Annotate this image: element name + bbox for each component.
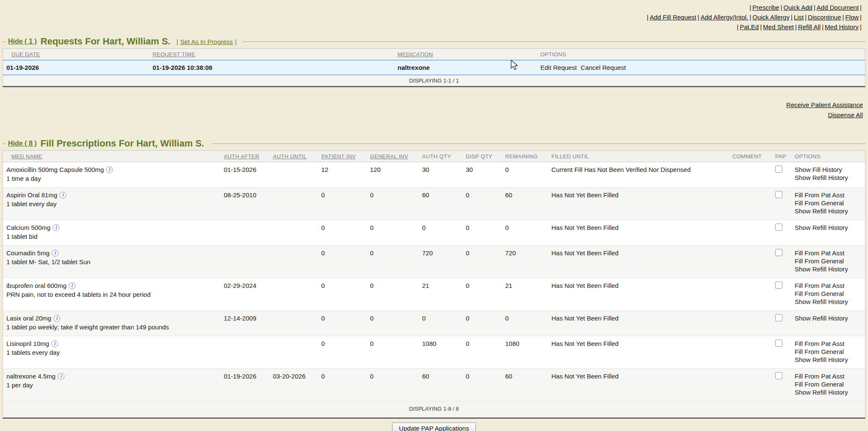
flow-link[interactable]: Flow: [845, 14, 859, 21]
general-inv-value: 120: [367, 162, 419, 188]
filled-until-value: Has Not Yet Been Filled: [548, 336, 729, 369]
remaining-value: 60: [502, 188, 548, 220]
med-name[interactable]: Lisinopril 10mg: [6, 340, 49, 347]
pap-checkbox[interactable]: [775, 372, 782, 379]
prescribe-link[interactable]: Prescribe: [752, 4, 779, 11]
add-document-link[interactable]: Add Document: [817, 4, 859, 11]
request-options: Edit Request Cancel Request: [537, 60, 865, 75]
pap-checkbox[interactable]: [775, 166, 782, 173]
requests-hide-link[interactable]: Hide ( 1 ): [8, 38, 37, 45]
patient-inv-value: 0: [318, 311, 367, 336]
quick-allergy-link[interactable]: Quick Allergy: [752, 14, 790, 21]
auth-after-value: [220, 220, 270, 246]
edit-request-link[interactable]: Edit Request: [540, 64, 577, 71]
disp-qty-value: 0: [462, 188, 502, 220]
fill-option-link[interactable]: Fill From General: [795, 257, 862, 265]
pap-checkbox[interactable]: [775, 249, 782, 256]
auth-after-value: 01-19-2026: [220, 369, 270, 401]
comment-value: [729, 278, 772, 311]
info-icon[interactable]: i: [106, 166, 113, 173]
fill-option-link[interactable]: Show Refill History: [795, 314, 862, 322]
pap-checkbox[interactable]: [775, 224, 782, 231]
add-allergy-intol-link[interactable]: Add Allergy/Intol.: [701, 14, 748, 21]
med-name-column-header[interactable]: MED NAME: [3, 151, 220, 162]
med-name[interactable]: Amoxicillin 500mg Capsule 500mg: [6, 166, 104, 173]
auth-until-column-header[interactable]: AUTH UNTIL: [270, 151, 318, 162]
auth-qty-value: 720: [419, 246, 462, 278]
patient-inv-column-header[interactable]: PATIENT INV: [318, 151, 367, 162]
pap-button-row: Update PAP Applications: [3, 423, 865, 431]
fill-option-link[interactable]: Fill From General: [795, 348, 862, 356]
remaining-value: 0: [502, 311, 548, 336]
remaining-column-header: REMAINING: [502, 151, 548, 162]
med-name[interactable]: Aspirin Oral 81mg: [6, 191, 57, 199]
med-name[interactable]: Lasix oral 20mg: [6, 315, 51, 322]
info-icon[interactable]: i: [53, 315, 60, 322]
add-fill-request-link[interactable]: Add Fill Request: [650, 14, 696, 21]
request-row[interactable]: 01-19-2026 01-19-2026 10:38:08 naltrexon…: [3, 60, 865, 75]
med-name[interactable]: ibuprofen oral 600mg: [6, 282, 67, 289]
due-date-column-header[interactable]: DUE DATE: [3, 49, 149, 60]
fill-option-link[interactable]: Fill From General: [795, 290, 862, 298]
general-inv-value: 0: [367, 220, 419, 246]
auth-after-value: [220, 246, 270, 278]
fill-option-link[interactable]: Fill From General: [795, 380, 862, 388]
cancel-request-link[interactable]: Cancel Request: [581, 64, 626, 71]
filled-until-value: Has Not Yet Been Filled: [548, 220, 729, 246]
receive-patient-assistance-link[interactable]: Receive Patient Assistance: [786, 100, 863, 110]
list-link[interactable]: List: [794, 14, 804, 21]
requests-section-title: Requests For Hart, William S.: [41, 36, 171, 47]
info-icon[interactable]: i: [52, 250, 58, 257]
set-as-in-progress-link[interactable]: Set As In Progress: [180, 38, 233, 45]
info-icon[interactable]: i: [69, 282, 75, 289]
fill-option-link[interactable]: Show Refill History: [795, 174, 862, 182]
fill-option-link[interactable]: Show Refill History: [795, 265, 862, 273]
fill-option-link[interactable]: Fill From Pat Asst: [795, 282, 862, 290]
fill-option-link[interactable]: Show Refill History: [795, 356, 862, 364]
general-inv-column-header[interactable]: GENERAL INV: [367, 151, 419, 162]
top-action-links: |Prescribe|Quick Add|Add Document| |Add …: [3, 3, 865, 32]
update-pap-applications-button[interactable]: Update PAP Applications: [392, 423, 476, 431]
fill-option-link[interactable]: Fill From General: [795, 199, 862, 207]
request-time-column-header[interactable]: REQUEST TIME: [149, 49, 394, 60]
patient-inv-value: 0: [318, 369, 367, 401]
fill-option-link[interactable]: Show Refill History: [795, 224, 862, 232]
med-name[interactable]: Calcium 500mg: [6, 224, 50, 231]
discontinue-link[interactable]: Discontinue: [808, 14, 841, 21]
pap-checkbox[interactable]: [775, 340, 782, 347]
pat-ed-link[interactable]: Pat.Ed: [740, 23, 759, 30]
comment-value: [729, 220, 772, 246]
fill-option-link[interactable]: Show Refill History: [795, 388, 862, 396]
med-name[interactable]: Coumadin 5mg: [6, 249, 50, 257]
fill-option-link[interactable]: Fill From Pat Asst: [795, 249, 862, 257]
info-icon[interactable]: i: [58, 373, 64, 380]
pap-checkbox[interactable]: [775, 191, 782, 198]
fill-option-link[interactable]: Fill From Pat Asst: [795, 191, 862, 199]
comment-value: [729, 336, 772, 369]
med-history-link[interactable]: Med History: [825, 23, 859, 30]
med-sig: 1 tablet every day: [6, 200, 217, 208]
dispense-all-link[interactable]: Dispense All: [828, 110, 863, 120]
fill-option-link[interactable]: Show Fill History: [795, 166, 862, 174]
remaining-value: 1080: [502, 336, 548, 369]
fill-option-link[interactable]: Show Refill History: [795, 298, 862, 306]
quick-add-link[interactable]: Quick Add: [784, 4, 812, 11]
refill-all-link[interactable]: Refill All: [798, 23, 821, 30]
fill-option-link[interactable]: Show Refill History: [795, 207, 862, 215]
fill-option-link[interactable]: Fill From Pat Asst: [795, 372, 862, 380]
medication-column-header[interactable]: MEDICATION: [394, 49, 537, 60]
med-sheet-link[interactable]: Med Sheet: [763, 23, 794, 30]
info-icon[interactable]: i: [59, 192, 66, 199]
general-inv-value: 0: [367, 278, 419, 311]
pap-checkbox[interactable]: [775, 282, 782, 289]
info-icon[interactable]: i: [51, 340, 58, 347]
auth-after-column-header[interactable]: AUTH AFTER: [220, 151, 270, 162]
comment-value: [729, 246, 772, 278]
med-name[interactable]: naltrexone 4.5mg: [6, 373, 56, 380]
fill-option-link[interactable]: Fill From Pat Asst: [795, 340, 862, 348]
general-inv-value: 0: [367, 188, 419, 220]
pap-checkbox[interactable]: [775, 314, 782, 321]
fills-hide-link[interactable]: Hide ( 8 ): [8, 140, 37, 147]
med-sig: 1 time a day: [6, 174, 217, 182]
info-icon[interactable]: i: [53, 224, 59, 231]
